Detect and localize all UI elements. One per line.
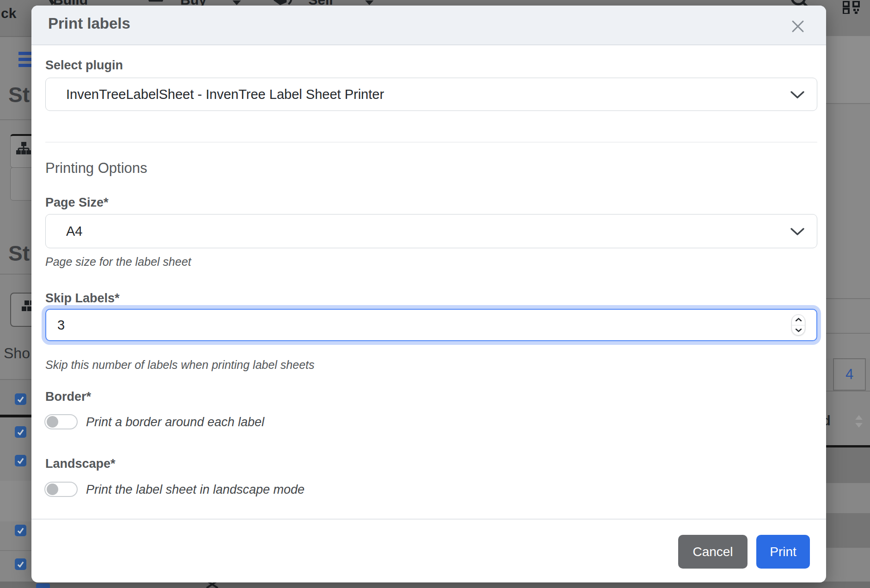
plugin-select-value: InvenTreeLabelSheet - InvenTree Label Sh… bbox=[66, 87, 384, 102]
print-labels-dialog: Print labels Select plugin InvenTreeLabe… bbox=[31, 6, 826, 582]
toggle-knob bbox=[47, 416, 58, 428]
sell-caret-icon bbox=[365, 0, 374, 5]
dialog-header bbox=[31, 6, 826, 45]
row-checkbox bbox=[15, 455, 26, 466]
section-heading-partial: St bbox=[8, 241, 30, 266]
page-heading-partial: St bbox=[8, 82, 30, 107]
close-icon[interactable] bbox=[790, 18, 806, 34]
landscape-help: Print the label sheet in landscape mode bbox=[86, 483, 305, 497]
landscape-label: Landscape* bbox=[45, 457, 116, 471]
screen: ck Build Buy Sell St St Sho bbox=[0, 0, 870, 588]
page-size-label: Page Size* bbox=[45, 196, 109, 210]
showing-text-partial: Sho bbox=[4, 345, 30, 362]
printing-options-title: Printing Options bbox=[45, 160, 147, 177]
page-size-select[interactable]: A4 bbox=[45, 214, 817, 248]
pagination-page-button: 4 bbox=[833, 358, 866, 391]
plugin-select[interactable]: InvenTreeLabelSheet - InvenTree Label Sh… bbox=[45, 78, 817, 111]
tag-icon bbox=[273, 0, 293, 6]
cancel-button[interactable]: Cancel bbox=[678, 535, 747, 569]
landscape-toggle[interactable] bbox=[44, 482, 78, 497]
buy-caret-icon bbox=[233, 0, 241, 5]
stepper-up-icon[interactable] bbox=[792, 315, 805, 325]
badge-partial bbox=[36, 583, 50, 588]
sort-desc-icon bbox=[855, 423, 863, 428]
print-button[interactable]: Print bbox=[756, 535, 810, 569]
border-toggle[interactable] bbox=[44, 414, 78, 429]
navbar-stock-label-partial: ck bbox=[1, 6, 16, 21]
stepper-down-icon[interactable] bbox=[792, 325, 805, 336]
select-plugin-label: Select plugin bbox=[45, 58, 123, 73]
chevron-down-icon bbox=[790, 91, 805, 99]
section-divider bbox=[45, 142, 817, 142]
dialog-title: Print labels bbox=[48, 15, 130, 32]
page-size-help: Page size for the label sheet bbox=[45, 255, 191, 269]
row-checkbox bbox=[15, 525, 26, 536]
skip-labels-label: Skip Labels* bbox=[45, 291, 120, 306]
toggle-knob bbox=[47, 484, 58, 495]
page-size-value: A4 bbox=[66, 224, 82, 239]
skip-labels-help: Skip this number of labels when printing… bbox=[45, 358, 314, 372]
border-help: Print a border around each label bbox=[86, 415, 264, 429]
cart-icon bbox=[143, 0, 165, 6]
select-all-checkbox bbox=[15, 393, 26, 405]
qr-scan-icon bbox=[843, 1, 861, 14]
sitemap-icon bbox=[16, 141, 31, 157]
border-label: Border* bbox=[45, 390, 91, 404]
bottom-table-strip bbox=[0, 582, 870, 588]
number-stepper[interactable] bbox=[791, 314, 805, 336]
row-checkbox bbox=[15, 558, 26, 570]
footer-divider bbox=[31, 519, 826, 520]
row-checkbox bbox=[15, 426, 26, 438]
sort-asc-icon bbox=[855, 415, 863, 420]
chevron-down-icon bbox=[790, 227, 805, 236]
skip-labels-input[interactable] bbox=[45, 309, 817, 341]
